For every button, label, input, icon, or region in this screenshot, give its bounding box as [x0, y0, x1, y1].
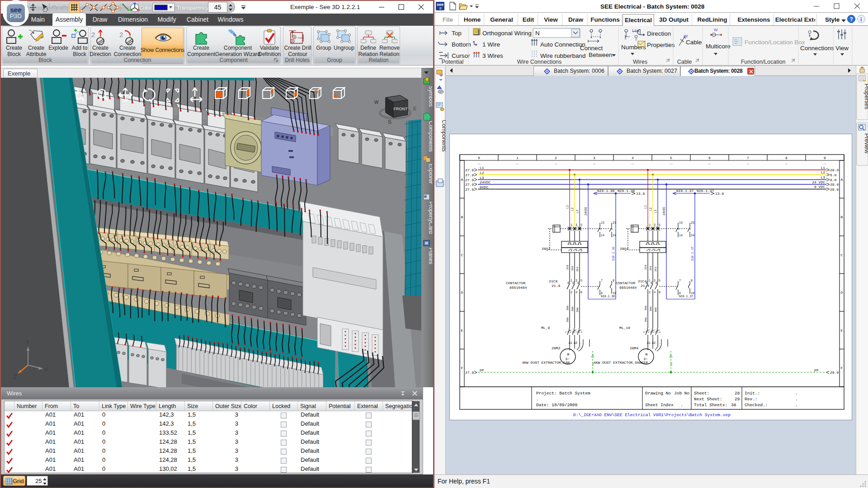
svg-text:Wire rubberband: Wire rubberband — [540, 52, 586, 59]
svg-text:PE: PE — [670, 362, 673, 366]
svg-text:.: . — [658, 342, 660, 345]
svg-text:21C4: 21C4 — [638, 279, 646, 283]
svg-text:.: . — [795, 391, 798, 396]
svg-text:1: 1 — [516, 156, 519, 160]
svg-text:M: M — [646, 352, 648, 357]
svg-text:W: W — [714, 28, 718, 32]
svg-text:5: 5 — [611, 228, 613, 231]
svg-text:1: 1 — [571, 279, 572, 282]
svg-text:Connections: Connections — [800, 45, 834, 52]
svg-text:13: 13 — [601, 221, 604, 225]
svg-text:5: 5 — [580, 279, 582, 282]
svg-text:Top: Top — [452, 30, 462, 37]
svg-text:F: F — [841, 366, 843, 370]
svg-text:Job No: Job No — [674, 391, 690, 396]
svg-text:Y: Y — [26, 339, 29, 346]
svg-text:Next Sheet:: Next Sheet: — [694, 397, 722, 402]
svg-text:262: 262 — [576, 267, 579, 272]
svg-text:A1: A1 — [647, 342, 651, 345]
svg-text:Properties: Properties — [863, 84, 868, 109]
svg-text:Auto Connection: Auto Connection — [540, 41, 585, 48]
svg-text:24 VDC: 24 VDC — [812, 180, 825, 184]
svg-text:4: 4 — [654, 249, 656, 252]
svg-text:6: 6 — [708, 156, 711, 160]
svg-text:W: W — [684, 34, 688, 38]
svg-text:Drawing No: Drawing No — [645, 391, 671, 396]
svg-text:0 VDC: 0 VDC — [814, 185, 825, 189]
svg-text:Z: Z — [14, 374, 17, 380]
svg-text:A: A — [461, 178, 463, 182]
svg-text:24VDC: 24VDC — [585, 206, 588, 216]
svg-text:4: 4 — [654, 291, 656, 294]
svg-text:E: E — [413, 106, 416, 111]
svg-text:B: B — [841, 215, 843, 219]
svg-text:Sheet Index: Sheet Index — [645, 403, 674, 408]
svg-text:27.9: 27.9 — [465, 178, 474, 182]
svg-text:28: 28 — [735, 391, 740, 396]
svg-text:Potential: Potential — [442, 59, 464, 65]
svg-text:Symbols: Symbols — [428, 86, 432, 107]
svg-text:%I0.1.37: %I0.1.37 — [679, 295, 693, 298]
svg-text:Wire Connections: Wire Connections — [517, 59, 562, 65]
svg-text:13: 13 — [679, 221, 683, 225]
svg-text:Transparency: Transparency — [177, 5, 208, 10]
svg-text:2: 2 — [571, 249, 572, 252]
svg-text:6: 6 — [659, 291, 660, 294]
svg-text:Total Sheets:: Total Sheets: — [694, 403, 727, 408]
svg-text:6.0: 6.0 — [830, 173, 837, 177]
svg-text:2: 2 — [649, 291, 651, 294]
svg-text:0: 0 — [478, 156, 480, 160]
svg-text:8: 8 — [601, 292, 603, 295]
svg-text:5: 5 — [659, 224, 660, 227]
svg-text:.: . — [680, 403, 683, 408]
svg-text:X: X — [44, 366, 48, 373]
svg-text:0VDC: 0VDC — [480, 185, 488, 189]
svg-text:L2: L2 — [821, 170, 825, 174]
svg-text:ML_9: ML_9 — [541, 326, 550, 330]
svg-text:Function/Location Box: Function/Location Box — [745, 39, 805, 46]
svg-text:L1: L1 — [566, 205, 569, 209]
svg-text:Checked.:: Checked.: — [745, 403, 768, 408]
svg-text:23: 23 — [691, 221, 694, 225]
svg-text:S: S — [388, 119, 392, 125]
svg-text:3: 3 — [654, 279, 656, 282]
svg-text:29.0: 29.0 — [830, 371, 839, 375]
svg-text:66S10484: 66S10484 — [509, 286, 527, 290]
svg-text:14: 14 — [601, 234, 604, 237]
svg-text:2ʦʦ: 2ʦʦ — [654, 307, 657, 312]
svg-text:29.0: 29.0 — [830, 168, 839, 172]
svg-text:28Q4: 28Q4 — [620, 247, 628, 251]
svg-text:9: 9 — [691, 279, 693, 282]
svg-text:24VDC: 24VDC — [480, 180, 491, 184]
svg-text:A1: A1 — [569, 342, 572, 345]
svg-text:Multicore: Multicore — [706, 43, 731, 50]
svg-text:21.4: 21.4 — [641, 284, 649, 288]
svg-text:8: 8 — [785, 156, 788, 160]
svg-text:pe: pe — [814, 368, 819, 372]
svg-text:29.0: 29.0 — [830, 188, 839, 192]
svg-text:Date: 10/09/2009: Date: 10/09/2009 — [536, 403, 578, 408]
svg-text:Cable: Cable — [677, 59, 692, 65]
svg-text:5: 5 — [689, 228, 691, 231]
svg-text:3: 3 — [576, 224, 577, 227]
svg-text:N: N — [535, 30, 540, 37]
svg-text:L1: L1 — [821, 166, 825, 170]
svg-text:Bottom: Bottom — [452, 41, 471, 48]
svg-text:Components: Components — [441, 120, 446, 152]
svg-text:5: 5 — [580, 224, 582, 227]
svg-text:A2: A2 — [574, 342, 577, 345]
svg-text:9: 9 — [824, 156, 826, 160]
svg-text:View: View — [835, 45, 849, 52]
svg-text:1: 1 — [649, 224, 651, 227]
svg-text:4KW DUST EXTRACTOR_SHAKER: 4KW DUST EXTRACTOR_SHAKER — [594, 361, 648, 365]
svg-text:13.8: 13.8 — [715, 192, 724, 196]
svg-text:4: 4 — [576, 249, 577, 252]
svg-text:3: 3 — [593, 156, 595, 160]
svg-text:6: 6 — [580, 291, 582, 294]
svg-text:.: . — [536, 397, 539, 402]
svg-text:260: 260 — [649, 266, 652, 271]
svg-text:B: B — [461, 215, 463, 219]
svg-text:2: 2 — [555, 156, 557, 160]
svg-text:Planes: Planes — [428, 248, 432, 264]
svg-text:%I0.1.37: %I0.1.37 — [676, 189, 694, 193]
